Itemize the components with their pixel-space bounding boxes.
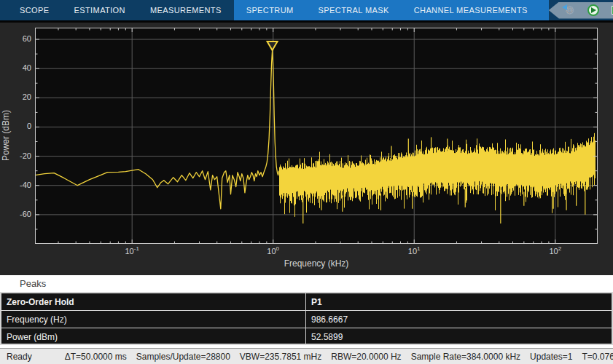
peaks-panel-title: Peaks	[20, 278, 46, 289]
tab-scope[interactable]: SCOPE	[7, 0, 62, 20]
step-forward-button[interactable]	[610, 4, 613, 17]
y-tick-label: 20	[0, 92, 31, 101]
frequency-row-label: Frequency (Hz)	[1, 311, 306, 328]
status-samples-per-update: Samples/Update=28800	[136, 352, 230, 362]
toolstrip: SCOPE ESTIMATION MEASUREMENTS SPECTRUM S…	[0, 0, 613, 20]
y-tick-label: 40	[0, 63, 31, 72]
status-rbw: RBW=20.0000 Hz	[331, 352, 401, 362]
y-tick-label: -60	[0, 210, 31, 218]
x-tick-label: 101	[399, 245, 429, 256]
peaks-panel-header[interactable]: Peaks	[0, 275, 613, 292]
tab-spectral-mask[interactable]: SPECTRAL MASK	[306, 0, 402, 20]
status-time: T=0.0761	[582, 352, 613, 362]
peaks-table: Zero-Order Hold P1 Frequency (Hz) 986.66…	[0, 292, 613, 345]
status-vbw: VBW=235.7851 mHz	[240, 352, 321, 362]
spectrum-analyzer-window: SCOPE ESTIMATION MEASUREMENTS SPECTRUM S…	[0, 0, 613, 364]
peaks-table-frequency-row: Frequency (Hz) 986.6667	[1, 311, 612, 328]
power-row-value: 52.5899	[306, 328, 612, 345]
x-tick-label: 100	[259, 245, 288, 256]
process-settings-icon[interactable]: ⚙	[563, 4, 577, 17]
power-row-label: Power (dBm)	[1, 328, 306, 345]
x-tick-label: 10-1	[117, 245, 147, 256]
run-button[interactable]	[587, 4, 600, 17]
spectrum-figure: Power (dBm) 6040200-20-40-60 10-11001011…	[0, 23, 613, 275]
spectrum-plot-area[interactable]	[35, 28, 598, 244]
y-tick-label: -20	[0, 151, 31, 160]
x-tick-label: 102	[541, 245, 570, 256]
x-axis-label: Frequency (kHz)	[35, 258, 598, 269]
tab-estimation[interactable]: ESTIMATION	[62, 0, 138, 20]
status-delta-t: ΔT=50.0000 ms	[65, 352, 127, 362]
status-metrics: ΔT=50.0000 ms Samples/Update=28800 VBW=2…	[65, 352, 613, 362]
status-updates: Updates=1	[530, 352, 572, 362]
status-bar: Ready ΔT=50.0000 ms Samples/Update=28800…	[0, 348, 613, 364]
peaks-table-signal-header: Zero-Order Hold	[1, 293, 306, 310]
status-sample-rate: Sample Rate=384.0000 kHz	[411, 352, 520, 362]
y-tick-label: 0	[0, 122, 31, 130]
peaks-table-header-row: Zero-Order Hold P1	[1, 293, 612, 311]
y-tick-label: 60	[0, 34, 31, 43]
peaks-table-power-row: Power (dBm) 52.5899	[1, 328, 612, 345]
peaks-table-p1-header: P1	[306, 293, 612, 310]
status-state: Ready	[7, 352, 32, 362]
tab-channel-measurements[interactable]: CHANNEL MEASUREMENTS	[402, 0, 540, 20]
tab-spectrum[interactable]: SPECTRUM	[234, 0, 306, 20]
frequency-row-value: 986.6667	[306, 311, 612, 328]
tab-measurements[interactable]: MEASUREMENTS	[138, 0, 234, 20]
tab-group-main: SCOPE ESTIMATION MEASUREMENTS	[7, 0, 234, 20]
arrow-left-icon	[562, 4, 567, 10]
playback-controls: ⚙ •••	[549, 2, 613, 19]
tab-group-contextual: SPECTRUM SPECTRAL MASK CHANNEL MEASUREME…	[234, 0, 549, 20]
play-icon	[587, 4, 599, 16]
y-tick-label: -40	[0, 181, 31, 189]
y-axis-label: Power (dBm)	[1, 88, 11, 183]
